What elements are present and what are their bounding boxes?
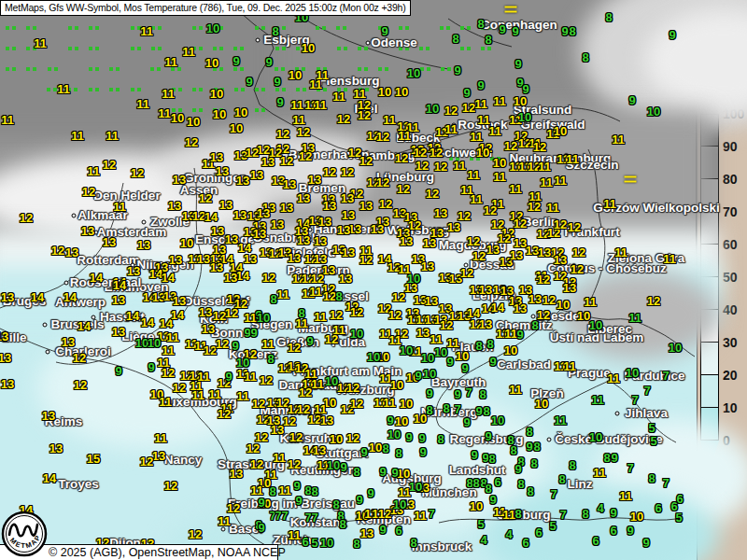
ww-drizzle-icon (131, 26, 134, 30)
temp-value: 11 (509, 183, 522, 195)
temp-value: 9 (381, 25, 388, 37)
ww-drizzle-icon (358, 47, 361, 50)
temp-value: 9 (356, 494, 362, 506)
temp-value: 10 (397, 468, 410, 480)
ww-drizzle-icon (337, 47, 341, 50)
temp-value: 8 (582, 508, 588, 520)
temp-value: 9 (610, 507, 616, 519)
temp-value: 12 (288, 458, 301, 470)
temp-value: 13 (250, 169, 263, 181)
temp-value: 8 (527, 485, 533, 497)
temp-value: 12 (297, 126, 310, 138)
temp-value: 7 (662, 477, 669, 489)
temp-value: 13 (271, 424, 284, 436)
temp-value: 13 (510, 249, 523, 261)
ww-drizzle-icon (255, 26, 259, 30)
temp-value: 11 (159, 396, 172, 408)
temp-value: 9 (463, 87, 470, 99)
temp-value: 9 (405, 431, 412, 443)
temp-value: 8 (269, 485, 275, 497)
temp-value: 12 (379, 198, 392, 210)
temp-value: 7 (627, 462, 633, 474)
temp-value: 10 (554, 125, 567, 137)
temp-value: 9 (232, 340, 238, 352)
temp-value: 11 (71, 130, 84, 142)
temp-value: 8 (298, 307, 304, 319)
temp-value: 13 (230, 468, 243, 480)
colorbar-tick-label: 70 (723, 204, 738, 219)
temp-value: 8 (452, 33, 458, 45)
temp-value: 13 (425, 295, 438, 307)
temp-value: 14 (162, 272, 175, 284)
temp-value: 9 (415, 370, 421, 382)
temp-value: 9 (419, 446, 426, 458)
metmaps-app: CopenhagenEsbjergOdenseFlensburgKielLübe… (0, 0, 747, 560)
temp-value: 10 (390, 379, 403, 391)
ww-drizzle-icon (48, 67, 51, 71)
temp-value: 12 (341, 166, 354, 178)
temp-value: 9 (391, 467, 398, 479)
temp-value: 5 (650, 435, 656, 447)
temp-value: 12 (162, 367, 175, 379)
temp-value: 9 (340, 461, 346, 473)
temp-value: 11 (311, 378, 324, 390)
temp-value: 12 (283, 415, 296, 427)
temp-value: 13 (103, 236, 116, 248)
temp-value: 14 (236, 270, 249, 282)
temp-value: 14 (90, 272, 103, 284)
ww-drizzle-icon (68, 47, 72, 50)
temp-value: 13 (320, 414, 333, 427)
city-label: České Budějovice (555, 433, 663, 446)
temp-value: 11 (278, 484, 291, 497)
temp-value: 12 (20, 212, 33, 224)
ww-drizzle-icon (192, 26, 196, 30)
ww-drizzle-icon (47, 88, 50, 91)
temp-value: 11 (140, 25, 153, 37)
temp-value: 13 (62, 336, 75, 348)
temp-value: 9 (246, 76, 252, 88)
map[interactable]: CopenhagenEsbjergOdenseFlensburgKielLübe… (0, 0, 697, 560)
temp-value: 6 (494, 476, 500, 488)
temp-value: 11 (591, 394, 604, 406)
ww-drizzle-icon (131, 47, 134, 50)
temp-value: 11 (493, 95, 506, 107)
temp-value: 7 (454, 403, 460, 415)
temp-value: 12 (103, 159, 116, 171)
temp-value: 7 (465, 386, 472, 399)
temp-value: 13 (479, 318, 492, 330)
temp-value: 9 (642, 537, 649, 549)
temp-value: 13 (314, 235, 327, 247)
temp-value: 12 (131, 167, 144, 179)
temp-value: 12 (218, 408, 231, 420)
temp-value: 12 (498, 232, 511, 245)
temp-value: 12 (430, 147, 443, 159)
temp-value: 10 (210, 88, 223, 100)
temp-value: 13 (359, 200, 373, 212)
temp-value: 13 (173, 295, 186, 307)
ww-drizzle-icon (109, 88, 113, 91)
temp-value: 13 (49, 442, 63, 455)
temp-value: 8 (267, 353, 274, 365)
temp-value: 12 (325, 333, 338, 345)
ww-drizzle-icon (233, 67, 237, 71)
temp-value: 13 (257, 207, 270, 219)
temp-value: 13 (112, 326, 125, 338)
temp-value: 11 (191, 389, 204, 401)
city-marker (45, 350, 49, 355)
temp-value: 12 (537, 309, 550, 321)
temp-value: 11 (546, 202, 559, 214)
temp-value: 10 (213, 108, 226, 120)
temp-value: 14 (141, 316, 154, 329)
temp-value: 11 (467, 169, 480, 181)
ww-drizzle-icon (109, 67, 113, 71)
temp-value: 13 (1, 291, 14, 303)
temp-value: 11 (444, 123, 458, 135)
temp-value: 9 (627, 525, 633, 537)
temp-value: 5 (549, 520, 556, 532)
temp-value: 11 (493, 171, 506, 183)
temp-value: 9 (454, 64, 460, 77)
temp-value: 11 (554, 414, 567, 427)
ww-drizzle-icon (481, 47, 485, 50)
temp-value: 12 (227, 502, 240, 514)
temp-value: 12 (323, 290, 336, 302)
